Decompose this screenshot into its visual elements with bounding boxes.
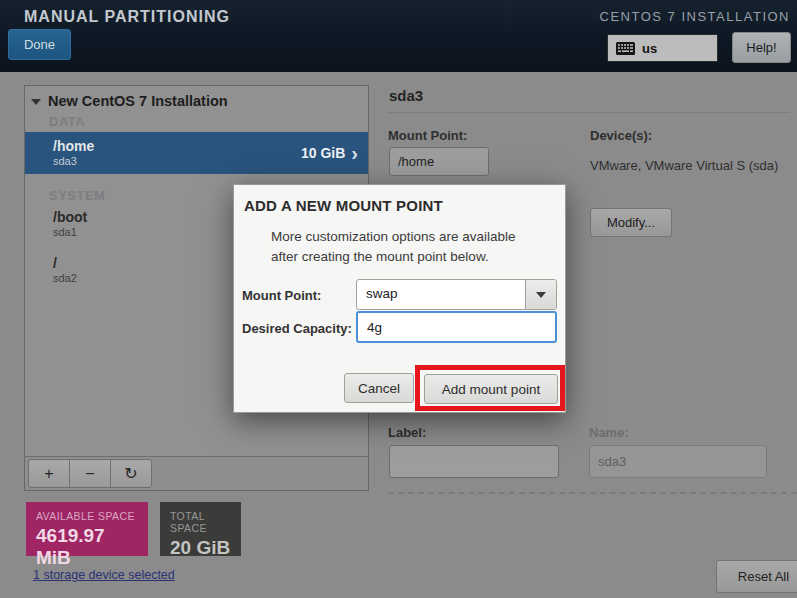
- dialog-capacity-label: Desired Capacity:: [242, 321, 352, 336]
- modify-button[interactable]: Modify...: [590, 208, 672, 237]
- name-field-label: Name:: [589, 425, 629, 440]
- total-space-badge: TOTAL SPACE 20 GiB: [160, 502, 241, 556]
- dialog-description-line1: More customization options are available: [271, 227, 556, 247]
- partition-size: 10 GiB: [301, 145, 345, 161]
- reload-button[interactable]: ↻: [110, 459, 152, 488]
- divider: [388, 112, 790, 113]
- add-partition-button[interactable]: +: [28, 459, 70, 488]
- mount-point-combobox-value: swap: [357, 280, 525, 309]
- dashed-divider: [388, 492, 797, 494]
- add-mount-point-button[interactable]: Add mount point: [424, 374, 558, 404]
- label-field-label: Label:: [388, 425, 426, 440]
- device-title: sda3: [389, 87, 423, 104]
- dialog-title: ADD A NEW MOUNT POINT: [244, 197, 443, 214]
- available-space-badge: AVAILABLE SPACE 4619.97 MiB: [26, 502, 148, 556]
- label-input[interactable]: [389, 445, 559, 478]
- mount-point-label: /home: [53, 138, 301, 155]
- installer-title: CENTOS 7 INSTALLATION: [600, 9, 790, 24]
- partition-row-home[interactable]: /home sda3 10 GiB ›: [25, 132, 368, 174]
- installer-window: MANUAL PARTITIONING CENTOS 7 INSTALLATIO…: [0, 0, 797, 598]
- add-mount-point-dialog: ADD A NEW MOUNT POINT More customization…: [233, 184, 566, 413]
- storage-device-link[interactable]: 1 storage device selected: [33, 568, 175, 582]
- combobox-dropdown-button[interactable]: [525, 280, 556, 309]
- dialog-description: More customization options are available…: [271, 227, 556, 267]
- mount-point-field-label: Mount Point:: [388, 128, 467, 143]
- install-tree-toggle[interactable]: New CentOS 7 Installation: [25, 86, 368, 111]
- mount-point-input[interactable]: [389, 147, 489, 176]
- available-space-value: 4619.97 MiB: [36, 525, 138, 569]
- cancel-button[interactable]: Cancel: [344, 373, 414, 403]
- total-space-value: 20 GiB: [170, 537, 231, 559]
- chevron-down-icon: [31, 99, 41, 105]
- device-label: sda3: [53, 155, 301, 168]
- total-space-label: TOTAL SPACE: [170, 510, 231, 534]
- desired-capacity-input[interactable]: [356, 311, 557, 343]
- remove-partition-button[interactable]: −: [69, 459, 111, 488]
- keyboard-layout-label: us: [642, 41, 657, 56]
- section-header-data: DATA: [49, 114, 368, 129]
- mount-point-combobox[interactable]: swap: [356, 279, 557, 310]
- tree-title: New CentOS 7 Installation: [48, 93, 228, 109]
- page-title: MANUAL PARTITIONING: [24, 8, 230, 26]
- devices-value: VMware, VMware Virtual S (sda): [590, 156, 790, 175]
- name-input: [589, 445, 767, 478]
- reset-all-button[interactable]: Reset All: [716, 560, 797, 593]
- keyboard-icon: [616, 42, 635, 55]
- dialog-mount-point-label: Mount Point:: [242, 288, 321, 303]
- available-space-label: AVAILABLE SPACE: [36, 510, 138, 522]
- help-button[interactable]: Help!: [732, 32, 791, 63]
- devices-field-label: Device(s):: [590, 128, 652, 143]
- partition-toolbar: + − ↻: [25, 456, 368, 490]
- chevron-right-icon: ›: [351, 145, 358, 161]
- top-bar: MANUAL PARTITIONING CENTOS 7 INSTALLATIO…: [0, 0, 797, 72]
- keyboard-layout-indicator[interactable]: us: [607, 34, 718, 62]
- done-button[interactable]: Done: [8, 29, 71, 60]
- chevron-down-icon: [536, 292, 546, 298]
- dialog-description-line2: after creating the mount point below.: [271, 247, 556, 267]
